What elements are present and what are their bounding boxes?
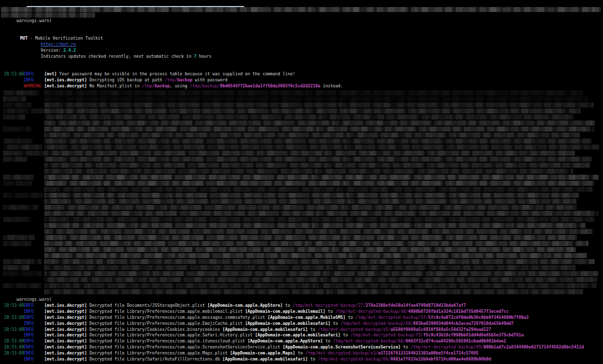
redacted-line (44, 102, 593, 107)
log-level: INFO (24, 321, 44, 327)
log-line: 20:53:09INFO[mvt.ios.decrypt] Decrypted … (4, 315, 584, 321)
redacted-timestamp (3, 235, 35, 240)
redacted-timestamp (3, 151, 44, 156)
log-timestamp: 20:53:06 (4, 71, 24, 77)
log-timestamp: 20:53:09 (4, 338, 24, 344)
redacted-line (44, 108, 580, 113)
log-level: INFO (24, 327, 44, 333)
redacted-timestamp (3, 181, 32, 186)
redacted-line (44, 175, 598, 180)
redacted-line (44, 96, 587, 101)
redacted-line (44, 145, 599, 150)
redacted-line (44, 265, 575, 270)
log-line: INFO[mvt.ios.decrypt] Decrypted file Lib… (4, 332, 584, 338)
log-line: INFO[mvt.ios.decrypt] Decrypted file Lib… (4, 309, 584, 315)
redacted-line (1, 13, 95, 18)
redacted-timestamp (3, 259, 41, 264)
redacted-line (44, 169, 573, 174)
redacted-line (44, 253, 587, 258)
log-level: INFO (24, 350, 44, 356)
redacted-timestamp (3, 90, 40, 95)
redacted-timestamp (3, 145, 42, 150)
banner-url-line: https://mvt.re (41, 42, 76, 48)
redacted-line (44, 259, 594, 264)
log-level: INFO (24, 309, 44, 315)
redacted-line (44, 187, 592, 192)
version-value: 2.4.2 (63, 48, 76, 53)
redacted-timestamp (3, 102, 31, 107)
redacted-timestamp (3, 175, 34, 180)
log-line: 20:53:06INFO[mvt] Your password may be v… (4, 71, 343, 77)
redacted-line (44, 151, 575, 156)
app-name: MVT (20, 36, 28, 41)
log-line: INFO[mvt.ios.decrypt] Decrypting iOS bac… (4, 77, 343, 83)
redacted-timestamp (3, 205, 38, 210)
redacted-line (44, 205, 577, 210)
redacted-line (44, 229, 592, 234)
log-line: 20:53:09INFO[mvt.ios.decrypt] Decrypted … (4, 350, 584, 356)
redacted-line (44, 199, 576, 204)
log-timestamp: 20:53:09 (4, 327, 24, 333)
log-line: INFO[mvt.ios.decrypt] Decrypted file Lib… (4, 321, 584, 327)
redacted-timestamp (3, 283, 41, 288)
redacted-timestamp (3, 157, 27, 162)
redacted-line (44, 247, 576, 252)
log-timestamp: 20:53:09 (4, 315, 24, 321)
log-level: WARNING (24, 83, 44, 89)
log-line: 20:53:09INFO[mvt.ios.decrypt] Decrypted … (4, 303, 584, 309)
redacted-line (44, 235, 577, 240)
log-level: INFO (24, 71, 44, 77)
redacted-timestamp (3, 217, 31, 222)
redacted-timestamp (3, 139, 33, 144)
redacted-line (44, 157, 592, 162)
redacted-line (44, 193, 579, 198)
redacted-line (44, 217, 594, 222)
app-title-suffix: - Mobile Verification Toolkit (28, 36, 103, 41)
redacted-timestamp (3, 193, 43, 198)
log-line: 20:53:09INFO[mvt.ios.decrypt] Decrypted … (4, 344, 584, 350)
log-line: 20:53:09INFO[mvt.ios.decrypt] Decrypted … (4, 327, 584, 333)
redacted-timestamp (3, 96, 26, 101)
redacted-timestamp (3, 241, 31, 246)
terminal-window: { "prompt": { "host": "8ksec", "symbol":… (0, 0, 603, 364)
indicators-text-post: hours (196, 54, 212, 59)
log-line: WARNING[mvt.ios.decrypt] No Manifest.pli… (4, 83, 343, 89)
log-level: INFO (24, 356, 44, 362)
redacted-line (1, 7, 601, 12)
redacted-line (44, 120, 595, 126)
banner-version-line: Version: 2.4.2 (41, 48, 76, 54)
banner-title: MVT - Mobile Verification Toolkit (20, 36, 103, 42)
log-level: INFO (24, 332, 44, 338)
redacted-line (44, 211, 598, 216)
redacted-timestamp (3, 127, 31, 132)
redacted-line (44, 114, 574, 119)
redacted-line (44, 90, 582, 95)
redacted-line (44, 277, 597, 282)
version-label: Version: (41, 48, 63, 53)
log-output-bottom: 20:53:09INFO[mvt.ios.decrypt] Decrypted … (4, 303, 584, 362)
redacted-line (44, 139, 591, 144)
warnings-warn-bottom: warnings.warn( (17, 297, 52, 303)
redacted-line (44, 181, 594, 186)
indicators-text: Indicators updates checked recently, nex… (41, 54, 194, 59)
mvt-url-link[interactable]: https://mvt.re (41, 42, 76, 47)
log-level: INFO (24, 344, 44, 350)
redacted-timestamp (3, 108, 44, 113)
log-timestamp: 20:53:09 (4, 350, 24, 356)
log-level: INFO (24, 77, 44, 83)
redacted-line (44, 163, 590, 168)
redacted-line (44, 271, 598, 276)
log-line: INFO[mvt.ios.decrypt] Decrypted file Lib… (4, 356, 584, 362)
redacted-timestamp (3, 265, 30, 270)
redacted-line (44, 283, 596, 288)
log-level: INFO (24, 315, 44, 321)
redacted-timestamp (3, 271, 42, 276)
redacted-line (44, 223, 585, 228)
log-line: 20:53:09INFO[mvt.ios.decrypt] Decrypted … (4, 338, 584, 344)
redacted-line (44, 241, 588, 246)
banner-indicators-line: Indicators updates checked recently, nex… (41, 54, 212, 60)
redacted-line (44, 289, 583, 294)
log-timestamp: 20:53:09 (4, 344, 24, 350)
log-output-top: 20:53:06INFO[mvt] Your password may be v… (4, 71, 343, 89)
redacted-timestamp (3, 114, 25, 119)
